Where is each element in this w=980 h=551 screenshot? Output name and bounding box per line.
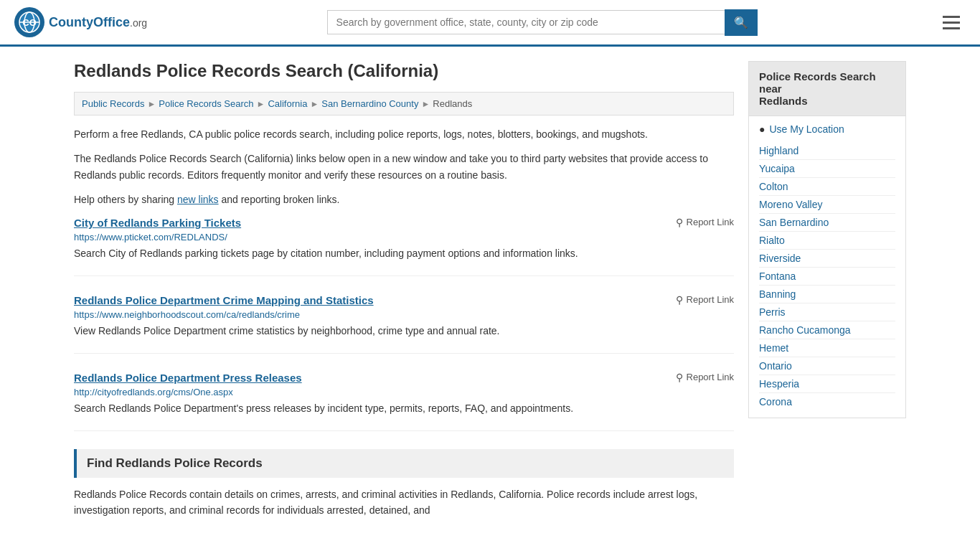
logo-text: CountyOffice.org [49, 15, 147, 30]
description-para2: The Redlands Police Records Search (Cali… [74, 151, 734, 183]
hamburger-menu-button[interactable] [937, 10, 966, 35]
new-links-link[interactable]: new links [177, 194, 219, 205]
resource-header-1: City of Redlands Parking Tickets ⚲ Repor… [74, 217, 734, 229]
description-para3: Help others by sharing new links and rep… [74, 192, 734, 207]
breadcrumb-public-records[interactable]: Public Records [82, 98, 144, 109]
hamburger-line-2 [943, 22, 960, 24]
hamburger-line-1 [943, 16, 960, 18]
resource-url-2[interactable]: https://www.neighborhoodscout.com/ca/red… [74, 309, 734, 320]
use-my-location-link[interactable]: ● Use My Location [759, 123, 895, 135]
sidebar-nearby-link-10[interactable]: Rancho Cucamonga [759, 321, 895, 339]
page-title: Redlands Police Records Search (Californ… [74, 61, 734, 81]
sidebar-header-line2: Redlands [759, 95, 808, 107]
report-link-label-1: Report Link [687, 217, 734, 227]
breadcrumb-police-records[interactable]: Police Records Search [159, 98, 253, 109]
report-icon-3: ⚲ [676, 372, 683, 383]
sidebar-nearby-link-3[interactable]: Moreno Valley [759, 196, 895, 214]
resource-desc-3: Search Redlands Police Department's pres… [74, 401, 734, 416]
svg-text:CO: CO [22, 17, 37, 28]
resource-item-1: City of Redlands Parking Tickets ⚲ Repor… [74, 217, 734, 276]
breadcrumb: Public Records ► Police Records Search ►… [74, 92, 734, 116]
sidebar-nearby-link-14[interactable]: Corona [759, 393, 895, 410]
resource-title-1[interactable]: City of Redlands Parking Tickets [74, 217, 241, 229]
report-link-button-3[interactable]: ⚲ Report Link [676, 372, 734, 383]
breadcrumb-sep-3: ► [310, 99, 319, 109]
sidebar-nearby-link-1[interactable]: Yucaipa [759, 160, 895, 178]
report-icon-1: ⚲ [676, 217, 683, 228]
description-para3-before: Help others by sharing [74, 194, 177, 205]
find-section-header: Find Redlands Police Records [74, 449, 734, 478]
resource-desc-1: Search City of Redlands parking tickets … [74, 246, 734, 261]
sidebar-nearby-link-0[interactable]: Highland [759, 142, 895, 160]
description-para1: Perform a free Redlands, CA public polic… [74, 126, 734, 142]
content-area: Redlands Police Records Search (Californ… [74, 61, 734, 527]
breadcrumb-san-bernardino[interactable]: San Bernardino County [321, 98, 418, 109]
resource-url-1[interactable]: https://www.pticket.com/REDLANDS/ [74, 232, 734, 242]
sidebar-nearby-link-6[interactable]: Riverside [759, 250, 895, 268]
description-para3-after: and reporting broken links. [219, 194, 340, 205]
sidebar-nearby-link-5[interactable]: Rialto [759, 232, 895, 250]
logo-icon: CO [14, 7, 44, 37]
report-link-button-1[interactable]: ⚲ Report Link [676, 217, 734, 228]
report-link-button-2[interactable]: ⚲ Report Link [676, 294, 734, 306]
report-icon-2: ⚲ [676, 294, 683, 306]
resource-header-3: Redlands Police Department Press Release… [74, 372, 734, 384]
breadcrumb-california[interactable]: California [268, 98, 307, 109]
sidebar-nearby-link-4[interactable]: San Bernardino [759, 214, 895, 232]
search-input[interactable] [327, 10, 725, 34]
resource-title-3[interactable]: Redlands Police Department Press Release… [74, 372, 302, 384]
breadcrumb-sep-2: ► [257, 99, 265, 109]
report-link-label-2: Report Link [687, 294, 734, 305]
sidebar-nearby-link-8[interactable]: Banning [759, 286, 895, 303]
resource-item-3: Redlands Police Department Press Release… [74, 372, 734, 431]
breadcrumb-redlands: Redlands [433, 98, 472, 109]
resource-header-2: Redlands Police Department Crime Mapping… [74, 294, 734, 306]
use-location-label: Use My Location [769, 123, 844, 135]
main-container: Redlands Police Records Search (Californ… [60, 47, 920, 541]
logo-org: .org [130, 17, 147, 29]
site-header: CO CountyOffice.org 🔍 [0, 0, 980, 47]
sidebar-nearby-link-11[interactable]: Hemet [759, 339, 895, 357]
search-area: 🔍 [327, 9, 758, 36]
sidebar-nearby-link-9[interactable]: Perris [759, 303, 895, 321]
sidebar-nearby-link-13[interactable]: Hesperia [759, 375, 895, 393]
breadcrumb-sep-4: ► [421, 99, 430, 109]
resources-list: City of Redlands Parking Tickets ⚲ Repor… [74, 217, 734, 431]
search-icon: 🔍 [734, 17, 748, 29]
breadcrumb-sep-1: ► [147, 99, 156, 109]
sidebar-header: Police Records Search near Redlands [748, 61, 906, 116]
sidebar-content: ● Use My Location HighlandYucaipaColtonM… [748, 116, 906, 418]
logo-county: County [49, 15, 93, 29]
sidebar-nearby-link-7[interactable]: Fontana [759, 268, 895, 286]
sidebar: Police Records Search near Redlands ● Us… [748, 61, 906, 527]
resource-item-2: Redlands Police Department Crime Mapping… [74, 294, 734, 354]
sidebar-nearby-link-12[interactable]: Ontario [759, 357, 895, 375]
find-section-desc: Redlands Police Records contain details … [74, 486, 734, 519]
location-pin-icon: ● [759, 123, 765, 135]
report-link-label-3: Report Link [687, 372, 734, 382]
hamburger-line-3 [943, 27, 960, 29]
search-button[interactable]: 🔍 [725, 9, 758, 36]
sidebar-header-line1: Police Records Search near [759, 70, 876, 95]
sidebar-links-list: HighlandYucaipaColtonMoreno ValleySan Be… [759, 142, 895, 410]
resource-desc-2: View Redlands Police Department crime st… [74, 324, 734, 339]
logo-area: CO CountyOffice.org [14, 7, 147, 37]
sidebar-nearby-link-2[interactable]: Colton [759, 178, 895, 196]
resource-url-3[interactable]: http://cityofredlands.org/cms/One.aspx [74, 387, 734, 397]
logo-office: Office [93, 15, 130, 29]
resource-title-2[interactable]: Redlands Police Department Crime Mapping… [74, 294, 374, 306]
